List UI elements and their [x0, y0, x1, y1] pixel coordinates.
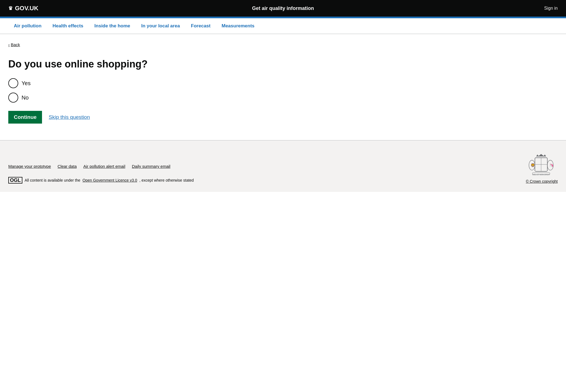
back-link[interactable]: ‹ Back — [8, 42, 20, 47]
site-footer: Manage your prototype Clear data Air pol… — [0, 140, 566, 192]
footer-ogl: OGL All content is available under the O… — [8, 177, 194, 184]
radio-item-no: No — [8, 93, 257, 103]
nav-link-inside-home[interactable]: Inside the home — [89, 18, 136, 34]
form-actions: Continue Skip this question — [8, 111, 257, 124]
ogl-text: All content is available under the — [25, 178, 80, 182]
skip-link[interactable]: Skip this question — [49, 114, 90, 120]
crown-icon: ♛ — [8, 5, 13, 11]
svg-text:DIEU ET MON DROIT: DIEU ET MON DROIT — [533, 174, 550, 176]
chevron-left-icon: ‹ — [8, 42, 10, 47]
nav-item-inside-home[interactable]: Inside the home — [89, 18, 136, 34]
continue-button[interactable]: Continue — [8, 111, 42, 124]
nav-link-health-effects[interactable]: Health effects — [47, 18, 89, 34]
footer-left: Manage your prototype Clear data Air pol… — [8, 164, 194, 184]
svg-marker-1 — [536, 154, 546, 156]
footer-link-clear-data[interactable]: Clear data — [57, 164, 77, 169]
ogl-link[interactable]: Open Government Licence v3.0 — [83, 178, 137, 182]
svg-text:🦁: 🦁 — [531, 163, 535, 168]
nav-item-local-area[interactable]: In your local area — [136, 18, 185, 34]
footer-link-summary-email[interactable]: Daily summary email — [132, 164, 170, 169]
gov-uk-logo[interactable]: ♛ GOV.UK — [8, 5, 146, 12]
question-title: Do you use online shopping? — [8, 58, 257, 70]
main-content: ‹ Back Do you use online shopping? Yes N… — [0, 34, 265, 140]
ogl-suffix: , except where otherwise stated — [139, 178, 194, 182]
nav-item-health-effects[interactable]: Health effects — [47, 18, 89, 34]
footer-link-alert-email[interactable]: Air pollution alert email — [83, 164, 125, 169]
nav-link-local-area[interactable]: In your local area — [136, 18, 185, 34]
radio-item-yes: Yes — [8, 78, 257, 88]
radio-group: Yes No — [8, 78, 257, 103]
footer-link-manage-prototype[interactable]: Manage your prototype — [8, 164, 51, 169]
svg-text:🦄: 🦄 — [549, 163, 554, 168]
nav-link-air-pollution[interactable]: Air pollution — [8, 18, 47, 34]
nav-item-forecast[interactable]: Forecast — [185, 18, 216, 34]
sign-in-link[interactable]: Sign in — [420, 6, 558, 11]
nav-link-measurements[interactable]: Measurements — [216, 18, 260, 34]
back-link-label: Back — [11, 42, 20, 47]
radio-label-yes[interactable]: Yes — [22, 80, 31, 87]
nav-item-air-pollution[interactable]: Air pollution — [8, 18, 47, 34]
radio-yes[interactable] — [8, 78, 18, 88]
site-header: ♛ GOV.UK Get air quality information Sig… — [0, 0, 566, 17]
radio-no[interactable] — [8, 93, 18, 103]
radio-label-no[interactable]: No — [22, 95, 29, 101]
footer-links: Manage your prototype Clear data Air pol… — [8, 164, 194, 169]
footer-right: 🦁 🦄 DIEU ET MON DROIT © Crown copyright — [525, 151, 558, 184]
crown-copyright-link[interactable]: © Crown copyright — [526, 179, 558, 184]
main-nav: Air pollution Health effects Inside the … — [0, 18, 566, 34]
header-title: Get air quality information — [146, 6, 420, 11]
logo-text: GOV.UK — [15, 5, 38, 12]
ogl-badge: OGL — [8, 177, 22, 184]
nav-link-forecast[interactable]: Forecast — [185, 18, 216, 34]
nav-item-measurements[interactable]: Measurements — [216, 18, 260, 34]
crown-logo-svg: 🦁 🦄 DIEU ET MON DROIT — [525, 151, 558, 176]
